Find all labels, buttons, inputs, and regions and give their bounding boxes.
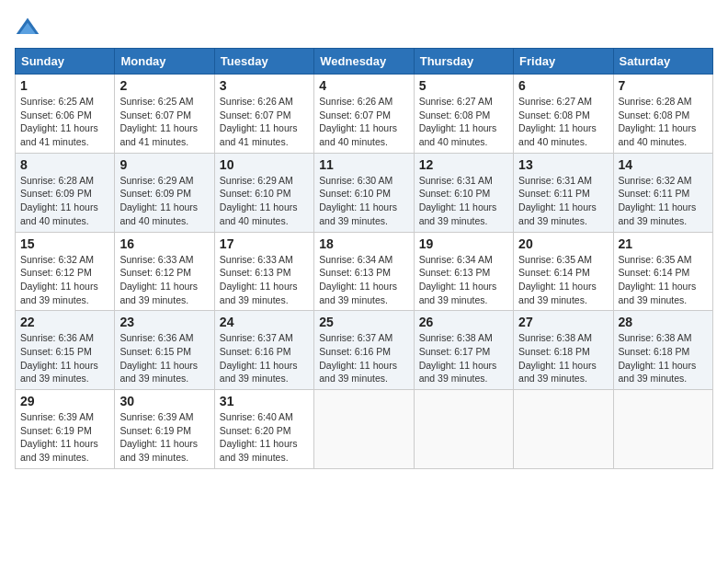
calendar-cell: 28Sunrise: 6:38 AMSunset: 6:18 PMDayligh… (613, 311, 712, 390)
day-detail: Sunrise: 6:26 AMSunset: 6:07 PMDaylight:… (319, 95, 408, 149)
day-detail: Sunrise: 6:30 AMSunset: 6:10 PMDaylight:… (319, 174, 408, 228)
day-number: 19 (419, 236, 508, 251)
calendar-cell: 4Sunrise: 6:26 AMSunset: 6:07 PMDaylight… (314, 75, 414, 154)
day-number: 10 (220, 157, 309, 172)
day-detail: Sunrise: 6:37 AMSunset: 6:16 PMDaylight:… (220, 331, 309, 385)
day-number: 14 (619, 157, 708, 172)
page-header (15, 15, 713, 40)
header-saturday: Saturday (613, 49, 712, 75)
day-number: 2 (119, 78, 209, 93)
day-detail: Sunrise: 6:35 AMSunset: 6:14 PMDaylight:… (518, 253, 608, 307)
logo-icon (15, 15, 40, 40)
header-sunday: Sunday (16, 49, 115, 75)
calendar-cell: 5Sunrise: 6:27 AMSunset: 6:08 PMDaylight… (414, 75, 513, 154)
day-number: 15 (20, 236, 109, 251)
calendar-cell: 20Sunrise: 6:35 AMSunset: 6:14 PMDayligh… (514, 232, 613, 311)
calendar-cell: 15Sunrise: 6:32 AMSunset: 6:12 PMDayligh… (16, 232, 115, 311)
calendar-cell: 11Sunrise: 6:30 AMSunset: 6:10 PMDayligh… (314, 153, 414, 232)
calendar-cell: 16Sunrise: 6:33 AMSunset: 6:12 PMDayligh… (115, 232, 214, 311)
calendar-cell: 17Sunrise: 6:33 AMSunset: 6:13 PMDayligh… (214, 232, 313, 311)
calendar-cell: 26Sunrise: 6:38 AMSunset: 6:17 PMDayligh… (414, 311, 513, 390)
calendar-cell: 14Sunrise: 6:32 AMSunset: 6:11 PMDayligh… (613, 153, 712, 232)
day-number: 1 (20, 78, 109, 93)
day-detail: Sunrise: 6:25 AMSunset: 6:06 PMDaylight:… (20, 95, 109, 149)
calendar-cell: 13Sunrise: 6:31 AMSunset: 6:11 PMDayligh… (514, 153, 613, 232)
calendar-cell: 24Sunrise: 6:37 AMSunset: 6:16 PMDayligh… (214, 311, 313, 390)
day-detail: Sunrise: 6:37 AMSunset: 6:16 PMDaylight:… (319, 331, 408, 385)
header-thursday: Thursday (414, 49, 513, 75)
day-number: 23 (119, 315, 209, 329)
calendar-cell: 7Sunrise: 6:28 AMSunset: 6:08 PMDaylight… (613, 75, 712, 154)
calendar-cell: 31Sunrise: 6:40 AMSunset: 6:20 PMDayligh… (214, 390, 313, 469)
day-number: 25 (319, 315, 408, 329)
day-number: 18 (319, 236, 408, 251)
day-number: 20 (518, 236, 608, 251)
header-monday: Monday (115, 49, 214, 75)
day-detail: Sunrise: 6:29 AMSunset: 6:10 PMDaylight:… (220, 174, 309, 228)
day-detail: Sunrise: 6:40 AMSunset: 6:20 PMDaylight:… (220, 410, 309, 465)
calendar-cell: 27Sunrise: 6:38 AMSunset: 6:18 PMDayligh… (514, 311, 613, 390)
calendar-cell: 29Sunrise: 6:39 AMSunset: 6:19 PMDayligh… (16, 390, 115, 469)
calendar-week-4: 22Sunrise: 6:36 AMSunset: 6:15 PMDayligh… (16, 311, 713, 390)
calendar-cell: 9Sunrise: 6:29 AMSunset: 6:09 PMDaylight… (115, 153, 214, 232)
day-detail: Sunrise: 6:33 AMSunset: 6:13 PMDaylight:… (220, 253, 309, 307)
day-number: 28 (619, 315, 708, 329)
calendar-cell: 3Sunrise: 6:26 AMSunset: 6:07 PMDaylight… (214, 75, 313, 154)
day-detail: Sunrise: 6:32 AMSunset: 6:11 PMDaylight:… (619, 174, 708, 228)
calendar-cell: 18Sunrise: 6:34 AMSunset: 6:13 PMDayligh… (314, 232, 414, 311)
day-detail: Sunrise: 6:36 AMSunset: 6:15 PMDaylight:… (119, 331, 209, 385)
calendar-body: 1Sunrise: 6:25 AMSunset: 6:06 PMDaylight… (16, 75, 713, 469)
calendar-cell: 12Sunrise: 6:31 AMSunset: 6:10 PMDayligh… (414, 153, 513, 232)
calendar-cell (314, 390, 414, 469)
day-detail: Sunrise: 6:34 AMSunset: 6:13 PMDaylight:… (319, 253, 408, 307)
calendar-cell: 30Sunrise: 6:39 AMSunset: 6:19 PMDayligh… (115, 390, 214, 469)
calendar-cell: 21Sunrise: 6:35 AMSunset: 6:14 PMDayligh… (613, 232, 712, 311)
day-number: 21 (619, 236, 708, 251)
day-detail: Sunrise: 6:31 AMSunset: 6:10 PMDaylight:… (419, 174, 508, 228)
day-number: 4 (319, 78, 408, 93)
calendar-cell: 2Sunrise: 6:25 AMSunset: 6:07 PMDaylight… (115, 75, 214, 154)
day-detail: Sunrise: 6:31 AMSunset: 6:11 PMDaylight:… (518, 174, 608, 228)
calendar-cell (613, 390, 712, 469)
calendar-week-5: 29Sunrise: 6:39 AMSunset: 6:19 PMDayligh… (16, 390, 713, 469)
day-number: 17 (220, 236, 309, 251)
day-number: 6 (518, 78, 608, 93)
day-number: 7 (619, 78, 708, 93)
day-number: 16 (119, 236, 209, 251)
day-number: 13 (518, 157, 608, 172)
day-detail: Sunrise: 6:36 AMSunset: 6:15 PMDaylight:… (20, 331, 109, 385)
calendar-cell: 8Sunrise: 6:28 AMSunset: 6:09 PMDaylight… (16, 153, 115, 232)
day-number: 31 (220, 394, 309, 408)
day-number: 24 (220, 315, 309, 329)
calendar-cell: 10Sunrise: 6:29 AMSunset: 6:10 PMDayligh… (214, 153, 313, 232)
day-detail: Sunrise: 6:27 AMSunset: 6:08 PMDaylight:… (419, 95, 508, 149)
day-number: 9 (119, 157, 209, 172)
calendar-cell (514, 390, 613, 469)
day-detail: Sunrise: 6:28 AMSunset: 6:08 PMDaylight:… (619, 95, 708, 149)
day-number: 11 (319, 157, 408, 172)
day-detail: Sunrise: 6:29 AMSunset: 6:09 PMDaylight:… (119, 174, 209, 228)
calendar-cell: 23Sunrise: 6:36 AMSunset: 6:15 PMDayligh… (115, 311, 214, 390)
calendar-cell: 25Sunrise: 6:37 AMSunset: 6:16 PMDayligh… (314, 311, 414, 390)
day-number: 26 (419, 315, 508, 329)
logo (15, 15, 44, 40)
day-number: 22 (20, 315, 109, 329)
day-detail: Sunrise: 6:25 AMSunset: 6:07 PMDaylight:… (119, 95, 209, 149)
day-detail: Sunrise: 6:38 AMSunset: 6:18 PMDaylight:… (619, 331, 708, 385)
day-detail: Sunrise: 6:35 AMSunset: 6:14 PMDaylight:… (619, 253, 708, 307)
day-detail: Sunrise: 6:34 AMSunset: 6:13 PMDaylight:… (419, 253, 508, 307)
day-number: 27 (518, 315, 608, 329)
day-detail: Sunrise: 6:39 AMSunset: 6:19 PMDaylight:… (20, 410, 109, 465)
calendar-cell: 19Sunrise: 6:34 AMSunset: 6:13 PMDayligh… (414, 232, 513, 311)
calendar-week-3: 15Sunrise: 6:32 AMSunset: 6:12 PMDayligh… (16, 232, 713, 311)
day-number: 8 (20, 157, 109, 172)
weekday-header-row: Sunday Monday Tuesday Wednesday Thursday… (16, 49, 713, 75)
header-tuesday: Tuesday (214, 49, 313, 75)
day-number: 12 (419, 157, 508, 172)
calendar-cell: 6Sunrise: 6:27 AMSunset: 6:08 PMDaylight… (514, 75, 613, 154)
calendar-week-2: 8Sunrise: 6:28 AMSunset: 6:09 PMDaylight… (16, 153, 713, 232)
calendar-cell: 22Sunrise: 6:36 AMSunset: 6:15 PMDayligh… (16, 311, 115, 390)
calendar-week-1: 1Sunrise: 6:25 AMSunset: 6:06 PMDaylight… (16, 75, 713, 154)
header-friday: Friday (514, 49, 613, 75)
day-number: 29 (20, 394, 109, 408)
